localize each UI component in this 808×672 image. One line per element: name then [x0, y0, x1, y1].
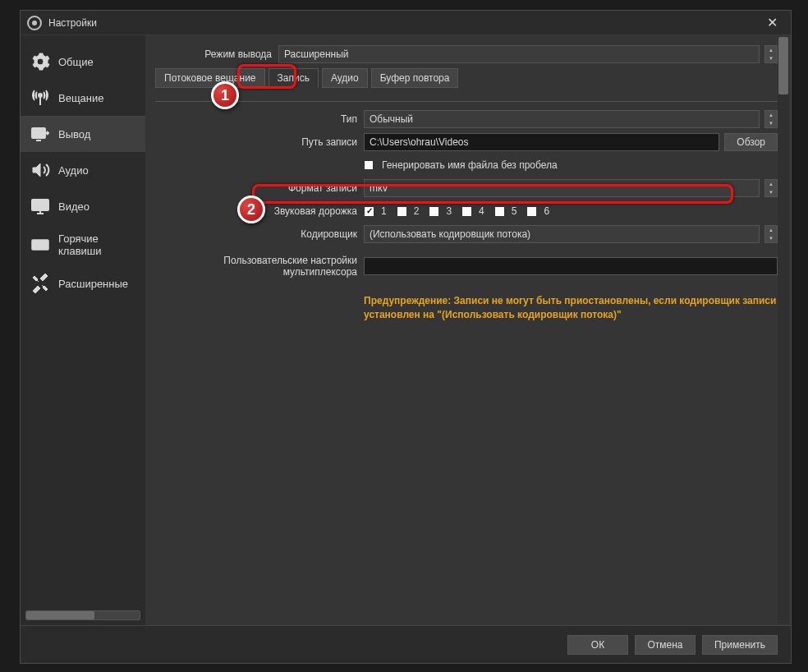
rec-format-select[interactable]: mkv — [364, 179, 760, 197]
subtabs: Потоковое вещание Запись Аудио Буфер пов… — [155, 68, 778, 88]
cancel-button[interactable]: Отмена — [635, 635, 696, 655]
output-mode-spinner[interactable]: ▲▼ — [764, 45, 778, 63]
track-6-checkbox[interactable] — [526, 206, 537, 217]
svg-rect-1 — [32, 128, 45, 138]
tab-replay-buffer[interactable]: Буфер повтора — [371, 68, 459, 88]
track-5-checkbox[interactable] — [494, 206, 505, 217]
tab-recording[interactable]: Запись — [269, 68, 319, 88]
svg-rect-2 — [32, 200, 48, 210]
window-title: Настройки — [48, 17, 97, 29]
titlebar: Настройки ✕ — [21, 11, 791, 35]
rec-format-spinner[interactable]: ▲▼ — [764, 179, 778, 197]
output-mode-row: Режим вывода Расширенный ▲▼ — [155, 45, 778, 63]
rec-path-input[interactable]: C:\Users\ohrau\Videos — [364, 133, 719, 151]
audio-tracks: 1 2 3 4 5 6 — [364, 205, 549, 217]
speaker-icon — [30, 160, 50, 180]
window-body: Общие Вещание Вывод Аудио Видео Горячие … — [21, 35, 791, 625]
sidebar-item-video[interactable]: Видео — [21, 188, 145, 224]
sidebar-item-label: Общие — [58, 56, 94, 68]
tab-streaming[interactable]: Потоковое вещание — [155, 68, 265, 88]
sidebar-item-label: Видео — [58, 200, 90, 213]
gear-icon — [30, 52, 50, 71]
gen-name-row: Генерировать имя файла без пробела — [155, 156, 778, 174]
rec-path-label: Путь записи — [155, 136, 364, 148]
output-mode-label: Режим вывода — [155, 48, 278, 60]
sidebar-item-label: Вещание — [58, 92, 104, 104]
type-spinner[interactable]: ▲▼ — [764, 110, 778, 128]
keyboard-icon — [30, 235, 50, 255]
sidebar-item-label: Горячие клавиши — [58, 232, 135, 257]
track-3-checkbox[interactable] — [429, 206, 439, 217]
apply-button[interactable]: Применить — [702, 635, 778, 655]
encoder-spinner[interactable]: ▲▼ — [764, 225, 778, 243]
encoder-label: Кодировщик — [155, 228, 364, 240]
content-panel: Режим вывода Расширенный ▲▼ Потоковое ве… — [145, 35, 791, 625]
sidebar-item-stream[interactable]: Вещание — [21, 80, 145, 116]
track-2-checkbox[interactable] — [397, 206, 407, 217]
mux-input[interactable] — [364, 257, 778, 275]
track-1-checkbox[interactable] — [364, 206, 374, 217]
antenna-icon — [30, 88, 50, 108]
sidebar-item-general[interactable]: Общие — [21, 44, 145, 80]
type-select[interactable]: Обычный — [364, 110, 760, 128]
svg-point-0 — [39, 94, 42, 97]
sidebar-item-audio[interactable]: Аудио — [21, 152, 145, 188]
monitor-icon — [30, 196, 50, 216]
encoder-row: Кодировщик (Использовать кодировщик пото… — [155, 225, 778, 243]
tools-icon — [30, 274, 50, 293]
mux-row: Пользовательские настройки мультиплексор… — [155, 255, 778, 278]
sidebar-item-label: Аудио — [58, 164, 89, 177]
sidebar-item-hotkeys[interactable]: Горячие клавиши — [21, 224, 145, 265]
warning-text: Предупреждение: Записи не могут быть при… — [364, 294, 778, 323]
gen-name-checkbox[interactable] — [364, 160, 374, 170]
content-scrollbar[interactable] — [778, 37, 789, 624]
sidebar-item-label: Расширенные — [58, 278, 128, 290]
close-button[interactable]: ✕ — [760, 12, 784, 34]
sidebar-item-output[interactable]: Вывод — [21, 116, 145, 152]
gen-name-label: Генерировать имя файла без пробела — [382, 159, 558, 171]
rec-format-label: Формат записи — [155, 182, 364, 194]
audio-track-row: Звуковая дорожка 1 2 3 4 5 6 — [155, 202, 778, 220]
sidebar-item-advanced[interactable]: Расширенные — [21, 265, 145, 301]
rec-path-row: Путь записи C:\Users\ohrau\Videos Обзор — [155, 133, 778, 151]
audio-track-label: Звуковая дорожка — [155, 205, 364, 217]
encoder-select[interactable]: (Использовать кодировщик потока) — [364, 225, 760, 243]
ok-button[interactable]: ОК — [567, 635, 628, 655]
type-row: Тип Обычный ▲▼ — [155, 110, 778, 128]
output-icon — [30, 124, 50, 144]
sidebar-scrollbar[interactable] — [25, 610, 140, 620]
sidebar-item-label: Вывод — [58, 128, 90, 140]
track-4-checkbox[interactable] — [461, 206, 472, 217]
mux-label: Пользовательские настройки мультиплексор… — [155, 255, 364, 278]
settings-window: Настройки ✕ Общие Вещание Вывод Аудио — [20, 10, 792, 664]
sidebar: Общие Вещание Вывод Аудио Видео Горячие … — [21, 35, 145, 625]
tab-audio[interactable]: Аудио — [322, 68, 368, 88]
type-label: Тип — [155, 113, 364, 125]
browse-button[interactable]: Обзор — [724, 133, 778, 151]
obs-icon — [27, 16, 42, 30]
footer: ОК Отмена Применить — [21, 625, 791, 663]
rec-format-row: Формат записи mkv ▲▼ — [155, 179, 778, 197]
divider — [155, 101, 778, 102]
output-mode-select[interactable]: Расширенный — [278, 45, 760, 63]
